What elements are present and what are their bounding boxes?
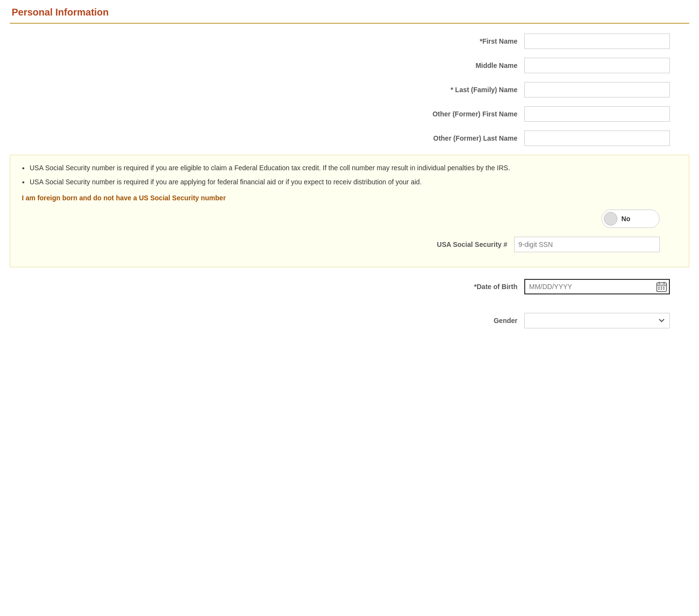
middle-name-input[interactable] <box>524 58 670 73</box>
ssn-input[interactable] <box>514 237 660 252</box>
dob-label: *Date of Birth <box>382 283 517 291</box>
toggle-circle <box>604 212 617 226</box>
dob-input-wrapper <box>524 279 670 294</box>
first-name-input[interactable] <box>524 33 670 49</box>
other-last-name-label: Other (Former) Last Name <box>382 134 517 142</box>
other-last-name-row: Other (Former) Last Name <box>10 130 689 146</box>
first-name-label: *First Name <box>382 37 517 45</box>
notice-item-1: USA Social Security number is required i… <box>30 163 679 173</box>
first-name-row: *First Name <box>10 33 689 49</box>
gender-select[interactable]: Male Female Non-binary Prefer not to say <box>524 313 670 328</box>
ssn-notice-box: USA Social Security number is required i… <box>10 155 689 267</box>
section-header: Personal Information <box>10 0 689 24</box>
page-title: Personal Information <box>12 7 109 17</box>
last-name-label: * Last (Family) Name <box>382 86 517 94</box>
other-last-name-input[interactable] <box>524 130 670 146</box>
ssn-row: USA Social Security # <box>20 237 679 252</box>
other-first-name-input[interactable] <box>524 106 670 122</box>
gender-row: Gender Male Female Non-binary Prefer not… <box>10 313 689 328</box>
last-name-row: * Last (Family) Name <box>10 82 689 97</box>
notice-item-2: USA Social Security number is required i… <box>30 177 679 187</box>
middle-name-row: Middle Name <box>10 58 689 73</box>
spacer <box>10 303 689 313</box>
toggle-value: No <box>621 215 631 223</box>
foreign-born-label: I am foreign born and do not have a US S… <box>22 194 679 202</box>
gender-label: Gender <box>382 317 517 324</box>
personal-information-form: *First Name Middle Name * Last (Family) … <box>10 33 689 328</box>
dob-row: *Date of Birth <box>10 279 689 294</box>
middle-name-label: Middle Name <box>382 62 517 69</box>
foreign-born-toggle-row: No <box>20 210 679 228</box>
foreign-born-toggle[interactable]: No <box>601 210 660 228</box>
dob-input[interactable] <box>524 279 670 294</box>
ssn-label: USA Social Security # <box>371 241 507 248</box>
other-first-name-row: Other (Former) First Name <box>10 106 689 122</box>
other-first-name-label: Other (Former) First Name <box>382 110 517 118</box>
last-name-input[interactable] <box>524 82 670 97</box>
notice-list: USA Social Security number is required i… <box>30 163 679 187</box>
page-container: Personal Information *First Name Middle … <box>0 0 699 328</box>
